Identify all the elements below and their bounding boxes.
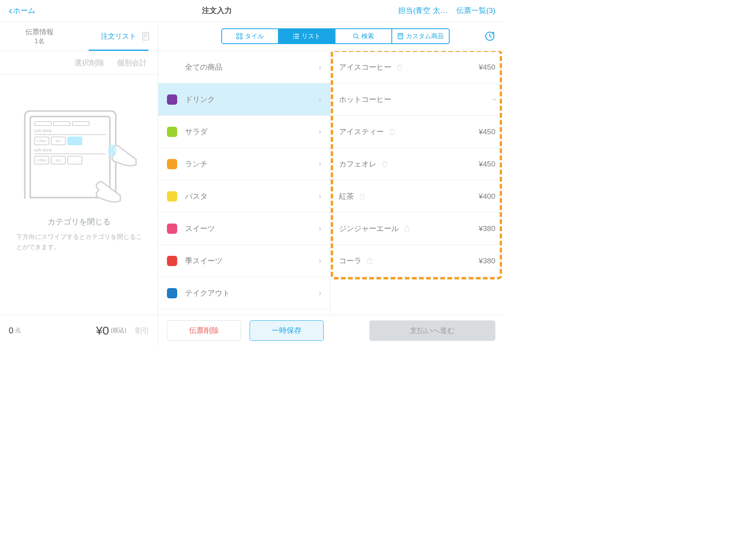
seg-list[interactable]: リスト [279,29,335,43]
split-bill-button[interactable]: 個別会計 [117,58,147,68]
slip-list-link[interactable]: 伝票一覧(3) [456,6,495,16]
product-item[interactable]: アイスティー¥450 [330,116,504,148]
category-item[interactable]: 季スイーツ› [158,245,330,277]
category-name: スイーツ [185,224,215,234]
view-toolbar: タイル リスト 検索 カスタム商品 [158,22,504,51]
svg-point-10 [293,38,294,39]
category-item[interactable]: サラダ› [158,116,330,148]
svg-point-6 [293,34,294,35]
tab-order-list-label: 注文リスト [101,31,136,41]
proceed-payment-button[interactable]: 支払いへ進む [369,320,495,341]
empty-state: soft drink coffee tea soft drink coffee … [0,75,158,315]
svg-rect-5 [240,37,242,39]
chevron-right-icon: › [319,94,321,105]
svg-point-19 [400,37,401,38]
chevron-right-icon: › [319,127,321,137]
search-icon [353,33,359,39]
left-footer: 0 点 ¥0 (税込) 割引 [0,315,158,346]
product-item[interactable]: ホットコーヒー› [330,83,504,116]
svg-rect-2 [237,33,239,35]
product-name: コーラ [339,256,361,266]
chevron-left-icon: ‹ [9,5,12,16]
category-color-swatch [167,288,177,298]
seg-custom[interactable]: カスタム商品 [392,29,449,43]
category-item[interactable]: ドリンク› [158,83,330,116]
category-item[interactable]: 全ての商品› [158,51,330,83]
product-item[interactable]: コーラ¥380 [330,245,504,277]
product-name: 紅茶 [339,191,354,202]
product-price: ¥450 [479,63,495,72]
product-list[interactable]: アイスコーヒー¥450ホットコーヒー›アイスティー¥450カフェオレ¥450紅茶… [330,51,504,315]
category-name: 季スイーツ [185,256,222,266]
home-button[interactable]: ‹ ホーム [9,5,35,16]
chevron-right-icon: › [319,288,321,298]
delete-selected-button[interactable]: 選択削除 [74,58,104,68]
product-price: ¥380 [479,224,495,233]
product-item[interactable]: カフェオレ¥450 [330,148,504,180]
product-item[interactable]: 紅茶¥400 [330,180,504,213]
category-item[interactable]: スイーツ› [158,213,330,245]
product-name: ジンジャーエール [339,224,399,234]
product-price: ¥450 [479,128,495,136]
view-segmented-control: タイル リスト 検索 カスタム商品 [221,28,450,44]
top-header: ‹ ホーム 注文入力 担当(青空 太… 伝票一覧(3) [0,0,504,22]
seg-tile[interactable]: タイル [222,29,279,43]
chevron-up-icon: › [489,98,499,101]
grid-icon [236,33,243,39]
tab-slip-info-label: 伝票情報 [25,27,54,37]
calculator-icon [397,33,404,39]
category-name: ドリンク [185,94,215,105]
product-price: ¥450 [479,160,495,168]
product-name: カフェオレ [339,159,376,169]
item-count: 0 [9,325,13,336]
discount-button[interactable]: 割引 [135,326,149,335]
category-name: ランチ [185,159,208,169]
product-price: ¥400 [479,192,495,201]
category-name: パスタ [185,191,208,202]
receipt-icon[interactable] [141,31,151,41]
product-price: ¥380 [479,257,495,265]
svg-rect-4 [237,37,239,39]
chevron-right-icon: › [319,224,321,234]
tablet-illustration: soft drink coffee tea soft drink coffee … [20,106,138,209]
left-actions: 選択削除 個別会計 [0,51,158,75]
category-name: サラダ [185,127,208,137]
empty-description: 下方向にスワイプするとカテゴリを閉じることができます。 [16,232,142,252]
svg-point-15 [399,36,400,37]
chevron-right-icon: › [319,159,321,169]
takeout-bag-icon [389,128,396,135]
chevron-right-icon: › [319,62,321,72]
left-tabs: 伝票情報 1名 注文リスト [0,22,158,51]
product-item[interactable]: ジンジャーエール¥380 [330,213,504,245]
temp-save-button[interactable]: 一時保存 [250,320,324,341]
takeout-bag-icon [396,64,403,71]
product-item[interactable]: アイスコーヒー¥450 [330,51,504,83]
svg-point-18 [399,37,400,38]
page-title: 注文入力 [202,6,232,16]
gear-icon[interactable] [484,31,495,42]
delete-slip-button[interactable]: 伝票削除 [167,320,241,341]
header-right: 担当(青空 太… 伝票一覧(3) [398,6,495,16]
item-count-unit: 点 [15,327,21,334]
list-icon [293,33,299,39]
left-panel: 伝票情報 1名 注文リスト 選択削除 個別会計 soft drink [0,22,158,346]
product-name: アイスコーヒー [339,62,391,72]
staff-link[interactable]: 担当(青空 太… [398,6,448,16]
svg-rect-9 [295,36,299,37]
category-color-swatch [167,127,177,137]
category-item[interactable]: パスタ› [158,180,330,213]
category-item[interactable]: テイクアウト› [158,277,330,309]
svg-point-16 [400,36,401,37]
takeout-bag-icon [404,225,411,232]
lists-container: 全ての商品›ドリンク›サラダ›ランチ›パスタ›スイーツ›季スイーツ›テイクアウト… [158,51,504,315]
category-list[interactable]: 全ての商品›ドリンク›サラダ›ランチ›パスタ›スイーツ›季スイーツ›テイクアウト… [158,51,330,315]
category-item[interactable]: ランチ› [158,148,330,180]
tab-slip-info[interactable]: 伝票情報 1名 [0,22,79,51]
svg-point-17 [401,36,402,37]
svg-point-1 [108,145,117,157]
category-color-swatch [167,256,177,266]
svg-rect-0 [143,32,148,40]
svg-rect-11 [295,38,299,39]
right-footer: 伝票削除 一時保存 支払いへ進む [158,315,504,346]
seg-search[interactable]: 検索 [335,29,392,43]
